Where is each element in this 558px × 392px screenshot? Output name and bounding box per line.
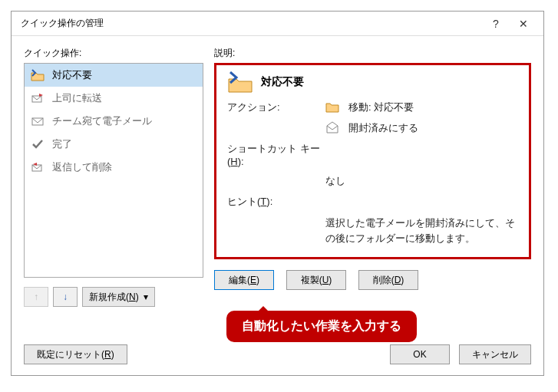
folder-arrow-icon	[227, 71, 253, 93]
titlebar: クイック操作の管理 ? ✕	[12, 12, 543, 36]
move-down-button[interactable]: ↓	[53, 287, 78, 307]
delete-button[interactable]: 削除(D)	[358, 270, 418, 290]
list-item-label: 上司に転送	[52, 91, 102, 105]
mail-open-icon	[325, 121, 348, 133]
action-value: 移動: 対応不要	[348, 100, 518, 114]
move-up-button[interactable]: ↑	[24, 287, 48, 307]
callout-text: 自動化したい作業を入力する	[226, 311, 417, 342]
hint-value: 選択した電子メールを開封済みにして、その後にフォルダーに移動します。	[302, 216, 518, 245]
list-item[interactable]: 返信して削除	[25, 156, 203, 179]
shortcut-value: なし	[302, 174, 518, 188]
reply-delete-icon	[31, 160, 45, 174]
chevron-down-icon: ▾	[144, 292, 148, 302]
reset-defaults-button[interactable]: 既定にリセット(R)	[24, 344, 127, 364]
hint-label: ヒント(T):	[227, 195, 325, 209]
check-icon	[31, 137, 45, 151]
close-button[interactable]: ✕	[510, 13, 537, 35]
mail-icon	[31, 114, 45, 128]
description-label: 説明:	[214, 47, 531, 60]
edit-button[interactable]: 編集(E)	[214, 270, 274, 290]
forward-icon	[31, 91, 45, 105]
list-item-label: 対応不要	[52, 68, 92, 82]
dialog-title: クイック操作の管理	[21, 17, 482, 30]
cancel-button[interactable]: キャンセル	[459, 344, 531, 364]
list-item-label: チーム宛て電子メール	[52, 114, 152, 128]
list-item-label: 完了	[52, 137, 72, 151]
shortcut-label: ショートカット キー(H):	[227, 142, 325, 167]
new-button-label: 新規作成(N)	[89, 291, 139, 304]
description-panel: 対応不要 アクション: 移動: 対応不要 開封済みにする ショートカット キー(…	[214, 63, 531, 259]
list-item[interactable]: チーム宛て電子メール	[25, 110, 203, 133]
quick-steps-list[interactable]: 対応不要 上司に転送 チーム宛て電子メール	[24, 63, 203, 278]
action-value: 開封済みにする	[348, 121, 518, 135]
list-item[interactable]: 上司に転送	[25, 87, 203, 110]
help-button[interactable]: ?	[482, 13, 510, 35]
folder-arrow-icon	[31, 68, 45, 82]
duplicate-button[interactable]: 複製(U)	[286, 270, 346, 290]
manage-quick-steps-dialog: クイック操作の管理 ? ✕ クイック操作: 対応不要 上司に転送	[11, 11, 544, 376]
list-item[interactable]: 完了	[25, 133, 203, 156]
quick-steps-label: クイック操作:	[24, 47, 203, 60]
detail-title: 対応不要	[261, 75, 304, 89]
list-item[interactable]: 対応不要	[25, 64, 203, 87]
action-label: アクション:	[227, 100, 325, 114]
new-button[interactable]: 新規作成(N) ▾	[82, 287, 155, 307]
list-item-label: 返信して削除	[52, 160, 112, 174]
annotation-callout: 自動化したい作業を入力する	[226, 311, 417, 342]
folder-icon	[325, 100, 348, 113]
ok-button[interactable]: OK	[390, 344, 450, 364]
